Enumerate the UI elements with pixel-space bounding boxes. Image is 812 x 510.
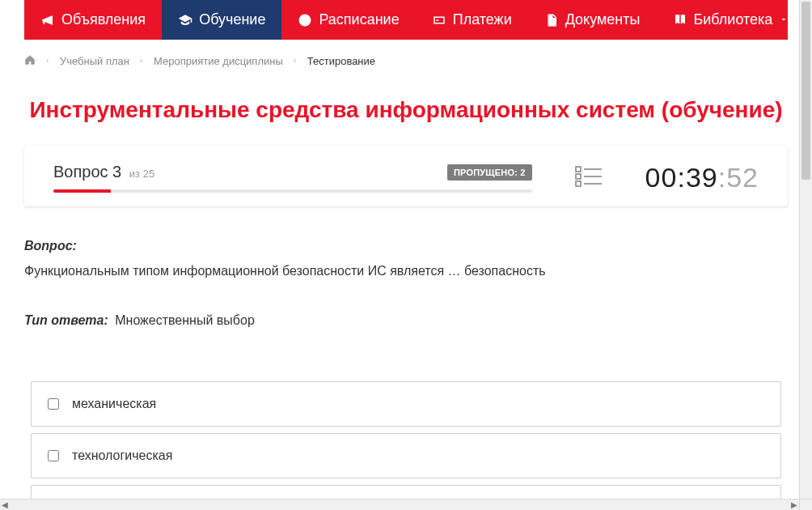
megaphone-icon: [40, 13, 55, 28]
answer-type-row: Тип ответа: Множественный выбор: [24, 313, 788, 328]
question-total: 25: [143, 168, 154, 180]
nav-education[interactable]: Обучение: [162, 0, 281, 40]
answer-checkbox[interactable]: [48, 398, 59, 410]
answer-option[interactable]: механическая: [31, 381, 781, 427]
nav-label: Библиотека: [694, 11, 773, 28]
progress-bar-fill: [53, 189, 111, 193]
question-text: Функциональным типом информационной безо…: [24, 261, 788, 281]
question-current-number: 3: [112, 163, 121, 181]
breadcrumb-event[interactable]: Мероприятие дисциплины: [154, 55, 283, 67]
answer-label: технологическая: [72, 448, 172, 463]
clock-icon: [298, 13, 312, 28]
nav-library[interactable]: Библиотека: [657, 0, 806, 40]
vertical-scroll-thumb[interactable]: [801, 2, 810, 180]
payment-icon: [432, 13, 446, 28]
answer-type-value: Множественный выбор: [115, 313, 255, 327]
breadcrumb-testing: Тестирование: [307, 55, 375, 67]
chevron-right-icon: [291, 55, 299, 67]
answer-type-label: Тип ответа:: [24, 313, 108, 327]
nav-payments[interactable]: Платежи: [416, 0, 528, 40]
progress-bar: [53, 189, 532, 193]
breadcrumb-study-plan[interactable]: Учебный план: [60, 55, 129, 67]
breadcrumb: Учебный план Мероприятие дисциплины Тест…: [24, 40, 788, 83]
question-header-card: Вопрос 3 из 25 ПРОПУЩЕНО: 2: [24, 146, 788, 206]
scroll-left-icon[interactable]: ◀: [2, 500, 8, 509]
question-of-prefix: из: [129, 168, 140, 180]
skipped-badge[interactable]: ПРОПУЩЕНО: 2: [447, 164, 532, 181]
question-list-icon: [575, 165, 603, 191]
answers-list: механическая технологическая логическая: [24, 381, 788, 510]
timer-main: 39: [686, 162, 718, 193]
graduation-cap-icon: [178, 13, 192, 28]
chevron-right-icon: [137, 55, 146, 67]
nav-label: Объявления: [61, 11, 146, 28]
main-navbar: Объявления Обучение Расписание Платежи Д…: [24, 0, 788, 40]
answer-checkbox[interactable]: [48, 450, 59, 461]
answer-option[interactable]: технологическая: [31, 433, 781, 478]
nav-label: Документы: [565, 11, 641, 28]
question-list-button[interactable]: [556, 165, 621, 191]
nav-label: Обучение: [199, 11, 265, 28]
question-body: Вопрос: Функциональным типом информацион…: [24, 239, 788, 381]
home-icon[interactable]: [24, 54, 36, 68]
question-counter: Вопрос 3 из 25: [53, 163, 154, 181]
question-label-prefix: Вопрос: [53, 163, 108, 181]
timer-seconds: 52: [726, 162, 759, 193]
skipped-count: 2: [520, 168, 525, 177]
timer: 00:39:52: [645, 162, 759, 193]
document-icon: [544, 13, 559, 28]
nav-announcements[interactable]: Объявления: [24, 0, 162, 40]
chevron-down-icon: [779, 11, 789, 28]
chevron-right-icon: [44, 55, 52, 67]
svg-rect-1: [576, 174, 581, 179]
nav-documents[interactable]: Документы: [528, 0, 657, 40]
question-progress-block: Вопрос 3 из 25 ПРОПУЩЕНО: 2: [53, 163, 532, 193]
svg-rect-2: [576, 181, 581, 186]
nav-label: Платежи: [453, 11, 512, 28]
question-label: Вопрос:: [24, 239, 788, 253]
scroll-corner: [799, 499, 812, 510]
nav-label: Расписание: [319, 11, 399, 28]
timer-minutes: 00: [645, 162, 678, 193]
horizontal-scrollbar[interactable]: ◀ ▶: [0, 499, 799, 510]
page-title: Инструментальные средства информационных…: [24, 97, 788, 123]
skipped-label: ПРОПУЩЕНО:: [454, 168, 518, 177]
nav-schedule[interactable]: Расписание: [281, 0, 415, 40]
answer-label: механическая: [72, 397, 156, 411]
book-icon: [673, 13, 687, 28]
svg-rect-0: [576, 167, 581, 172]
vertical-scrollbar[interactable]: [799, 0, 812, 499]
scroll-right-icon[interactable]: ▶: [791, 500, 797, 509]
